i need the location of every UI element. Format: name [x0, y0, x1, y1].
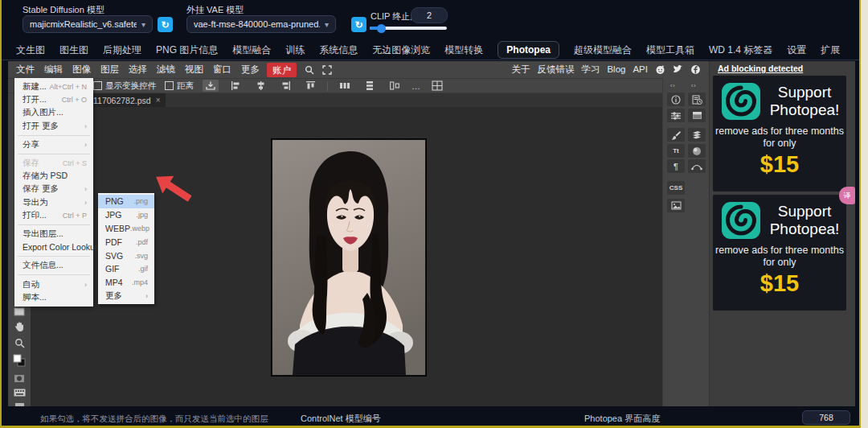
vae-dropdown[interactable]: vae-ft-mse-840000-ema-pruned.safetensors…: [186, 15, 336, 33]
more-options-icon[interactable]: …: [411, 81, 420, 91]
panel-collapse-icon[interactable]: ‹›: [670, 83, 676, 88]
twitter-icon[interactable]: [673, 64, 683, 75]
menu-filter[interactable]: 滤镜: [152, 61, 180, 78]
menu-edit[interactable]: 编辑: [39, 61, 68, 78]
menu-item-script[interactable]: 脚本...: [14, 291, 93, 304]
swatches-panel-icon[interactable]: [688, 144, 706, 158]
tab-extras[interactable]: 后期处理: [103, 43, 141, 57]
menu-item-place-image[interactable]: 插入图片...: [14, 106, 93, 119]
menu-window[interactable]: 窗口: [208, 61, 236, 78]
quick-mask-icon[interactable]: [12, 374, 27, 383]
facebook-icon[interactable]: [690, 64, 701, 75]
tab-txt2img[interactable]: 文生图: [16, 43, 45, 57]
menu-item-export-color-lookup[interactable]: Export Color Lookup...: [14, 241, 93, 253]
distribute-vertical-icon[interactable]: [362, 80, 378, 92]
slider-handle[interactable]: [377, 24, 386, 33]
export-tray-icon[interactable]: [203, 80, 219, 92]
tab-wd14-tagger[interactable]: WD 1.4 标签器: [709, 43, 772, 57]
info-panel-icon[interactable]: [667, 93, 685, 106]
sd-model-refresh-button[interactable]: ↻: [158, 17, 173, 32]
menu-item-automate[interactable]: 自动›: [14, 278, 93, 290]
tab-model-convert[interactable]: 模型转换: [444, 43, 483, 57]
menu-about[interactable]: 关于: [511, 61, 530, 78]
clip-skip-slider[interactable]: [370, 27, 447, 30]
menu-report-bug[interactable]: 反馈错误: [537, 61, 574, 78]
menu-view[interactable]: 视图: [180, 61, 208, 78]
image-assets-panel-icon[interactable]: [667, 199, 685, 212]
clip-skip-value[interactable]: 2: [411, 7, 448, 23]
menu-select[interactable]: 选择: [124, 61, 152, 78]
menu-item-file-info[interactable]: 文件信息...: [14, 259, 93, 272]
zoom-tool-icon[interactable]: [12, 338, 27, 348]
align-center-icon[interactable]: [252, 80, 268, 92]
tab-png-info[interactable]: PNG 图片信息: [156, 43, 218, 57]
panel-collapse-icon[interactable]: ‹›: [691, 83, 697, 88]
tab-settings[interactable]: 设置: [787, 43, 806, 57]
submenu-item-webp[interactable]: WEBP.webp: [98, 222, 154, 236]
color-swatches-icon[interactable]: [12, 354, 27, 368]
sd-model-dropdown[interactable]: majicmixRealistic_v6.safetensors ▾: [23, 15, 153, 33]
properties-panel-icon[interactable]: [667, 109, 685, 122]
layer-comps-panel-icon[interactable]: [688, 128, 706, 142]
curves-panel-icon[interactable]: [688, 159, 706, 173]
menu-item-export-layers[interactable]: 导出图层...: [14, 228, 93, 241]
vae-refresh-button[interactable]: ↻: [351, 17, 366, 32]
submenu-item-svg[interactable]: SVG.svg: [98, 249, 154, 262]
tab-model-toolkit[interactable]: 模型工具箱: [646, 43, 694, 57]
tab-checkpoint-merger[interactable]: 模型融合: [232, 43, 271, 57]
layers-panel-icon[interactable]: [688, 109, 706, 122]
menu-image[interactable]: 图像: [68, 61, 96, 78]
align-left-icon[interactable]: [227, 80, 244, 92]
hand-tool-icon[interactable]: [12, 322, 27, 332]
menu-item-print[interactable]: 打印...Ctrl + P: [14, 209, 93, 222]
menu-item-save-as-psd[interactable]: 存储为 PSD: [14, 170, 93, 183]
submenu-item-png[interactable]: PNG.png: [98, 195, 154, 208]
menu-api[interactable]: API: [633, 61, 648, 78]
account-button[interactable]: 账户: [267, 63, 297, 77]
distribute-spacing-icon[interactable]: [387, 80, 403, 92]
submenu-item-jpg[interactable]: JPG.jpg: [98, 208, 154, 222]
submenu-item-gif[interactable]: GIF.gif: [98, 262, 154, 276]
tab-extensions[interactable]: 扩展: [821, 43, 840, 57]
support-ad-card[interactable]: Support Photopea! remove ads for three m…: [713, 76, 846, 191]
fullscreen-icon[interactable]: [322, 65, 332, 75]
tab-infinite-image-browsing[interactable]: 无边图像浏览: [372, 43, 430, 57]
distribute-horizontal-icon[interactable]: [337, 80, 353, 92]
brush-panel-icon[interactable]: [667, 128, 685, 142]
align-right-icon[interactable]: [277, 80, 293, 92]
show-transform-checkbox[interactable]: 显示变换控件: [93, 80, 156, 92]
submenu-item-more[interactable]: 更多›: [98, 290, 154, 303]
support-ad-card[interactable]: Support Photopea! remove ads for three m…: [713, 195, 846, 311]
browser-scrollbar[interactable]: [861, 0, 868, 428]
history-panel-icon[interactable]: [688, 93, 706, 106]
menu-item-save-more[interactable]: 保存 更多›: [14, 183, 93, 195]
reddit-icon[interactable]: [655, 64, 665, 75]
marquee-tool-icon[interactable]: [12, 307, 27, 316]
grid-view-icon[interactable]: [429, 80, 445, 92]
character-panel-icon[interactable]: Tt: [667, 144, 685, 158]
submenu-item-mp4[interactable]: MP4.mp4: [98, 276, 154, 290]
menu-item-new[interactable]: 新建...Alt+Ctrl + N: [14, 80, 93, 93]
menu-item-export-as[interactable]: 导出为›: [14, 196, 93, 209]
menu-item-open[interactable]: 打开...Ctrl + O: [14, 93, 93, 106]
translate-float-button[interactable]: 译: [839, 187, 855, 204]
menu-blog[interactable]: Blog: [607, 61, 625, 78]
menu-more[interactable]: 更多: [236, 61, 264, 78]
distance-checkbox[interactable]: 距离: [165, 80, 194, 92]
menu-learn[interactable]: 学习: [581, 61, 600, 78]
ad-blocking-link[interactable]: Ad blocking detected: [710, 61, 855, 73]
tab-photopea[interactable]: Photopea: [497, 41, 559, 59]
menu-file[interactable]: 文件: [11, 61, 39, 78]
tab-img2img[interactable]: 图生图: [59, 43, 88, 57]
menu-item-open-more[interactable]: 打开 更多›: [14, 120, 93, 133]
canvas-image[interactable]: [272, 139, 426, 376]
tab-train[interactable]: 训练: [285, 43, 305, 57]
menu-layer[interactable]: 图层: [96, 61, 124, 78]
keyboard-shortcuts-icon[interactable]: [12, 389, 27, 397]
search-icon[interactable]: [305, 65, 314, 75]
paragraph-panel-icon[interactable]: ¶: [667, 159, 685, 173]
align-top-icon[interactable]: [302, 80, 318, 92]
submenu-item-pdf[interactable]: PDF.pdf: [98, 235, 154, 249]
tab-supermerger[interactable]: 超级模型融合: [574, 43, 632, 57]
css-panel-icon[interactable]: CSS: [667, 181, 685, 195]
